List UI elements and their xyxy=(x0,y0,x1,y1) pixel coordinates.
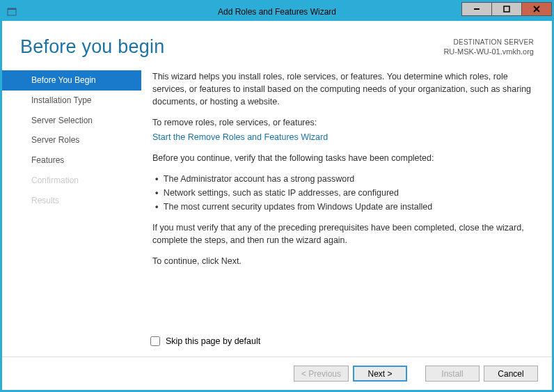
cancel-button[interactable]: Cancel xyxy=(484,366,538,382)
destination-info: DESTINATION SERVER RU-MSK-WU-01.vmkh.org xyxy=(443,38,534,56)
intro-text: This wizard helps you install roles, rol… xyxy=(152,70,534,108)
sidebar-item-before-you-begin[interactable]: Before You Begin xyxy=(2,70,141,91)
list-item: Network settings, such as static IP addr… xyxy=(155,187,534,199)
sidebar-item-results: Results xyxy=(2,191,141,211)
titlebar: Add Roles and Features Wizard xyxy=(2,2,552,21)
remove-label: To remove roles, role services, or featu… xyxy=(152,116,534,129)
minimize-button[interactable] xyxy=(461,2,492,16)
header: Before you begin DESTINATION SERVER RU-M… xyxy=(2,21,552,66)
sidebar-item-features[interactable]: Features xyxy=(2,150,141,171)
page-title: Before you begin xyxy=(20,36,164,58)
body: Before You Begin Installation Type Serve… xyxy=(2,66,552,276)
destination-server: RU-MSK-WU-01.vmkh.org xyxy=(443,47,534,56)
note-text: If you must verify that any of the prece… xyxy=(152,221,534,246)
sidebar-item-confirmation: Confirmation xyxy=(2,171,141,191)
sidebar-item-server-selection[interactable]: Server Selection xyxy=(2,111,141,131)
verify-label: Before you continue, verify that the fol… xyxy=(152,152,534,164)
remove-wizard-link[interactable]: Start the Remove Roles and Features Wiza… xyxy=(152,132,328,142)
next-button[interactable]: Next > xyxy=(353,366,407,382)
previous-button: < Previous xyxy=(294,366,349,382)
skip-page-checkbox[interactable] xyxy=(150,336,160,346)
prerequisite-list: The Administrator account has a strong p… xyxy=(155,173,534,213)
maximize-button[interactable] xyxy=(491,2,522,16)
continue-text: To continue, click Next. xyxy=(152,255,534,267)
close-button[interactable] xyxy=(521,2,552,16)
skip-page-label: Skip this page by default xyxy=(166,336,260,346)
svg-rect-1 xyxy=(8,8,16,10)
skip-page-checkbox-row[interactable]: Skip this page by default xyxy=(150,336,260,346)
destination-label: DESTINATION SERVER xyxy=(443,38,534,47)
content: This wizard helps you install roles, rol… xyxy=(141,66,552,276)
sidebar-item-server-roles[interactable]: Server Roles xyxy=(2,130,141,150)
app-icon xyxy=(6,6,17,17)
list-item: The Administrator account has a strong p… xyxy=(155,173,534,185)
svg-rect-3 xyxy=(504,6,509,12)
window-controls xyxy=(462,2,552,16)
sidebar-item-installation-type[interactable]: Installation Type xyxy=(2,91,141,111)
sidebar: Before You Begin Installation Type Serve… xyxy=(2,66,141,276)
window-title: Add Roles and Features Wizard xyxy=(218,7,336,17)
list-item: The most current security updates from W… xyxy=(155,201,534,213)
install-button: Install xyxy=(425,366,480,382)
footer: < Previous Next > Install Cancel xyxy=(2,356,552,390)
